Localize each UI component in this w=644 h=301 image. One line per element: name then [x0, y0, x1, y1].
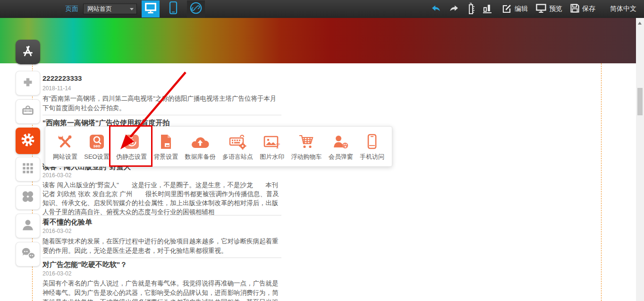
- menu-item-label: SEO设置: [84, 153, 109, 161]
- article-body: 有"西南第一高钢塔，四川第二高电视塔"之称的德阳广播电视塔主塔广告位将于本月下旬…: [42, 94, 281, 113]
- sidebar-item-toolbox[interactable]: [16, 99, 40, 124]
- page-select[interactable]: 网站首页: [83, 4, 137, 14]
- menu-item-member-popup[interactable]: 会员弹窗: [329, 132, 353, 161]
- undo-icon: [431, 4, 441, 14]
- grid-icon: [20, 161, 35, 178]
- save-button[interactable]: 保存: [570, 4, 595, 14]
- sidebar-item-settings[interactable]: [16, 128, 40, 154]
- page-select-value: 网站首页: [87, 5, 112, 13]
- save-floppy-icon: [570, 4, 579, 14]
- floating-cart-icon: [297, 132, 315, 150]
- plus-icon: [20, 74, 36, 92]
- bar-chart-icon: [483, 4, 491, 15]
- ruler-button[interactable]: [467, 3, 475, 16]
- article-body: 读客 闯入出版业的"野蛮人" 这是行业，不是圈子。这是生意，不是沙龙 本刊记者 …: [42, 181, 281, 216]
- article-date: 2016-03-02: [42, 270, 281, 277]
- edit-button[interactable]: 编辑: [502, 4, 528, 15]
- page-label: 页面: [65, 5, 78, 13]
- language-label: 简体中文: [610, 5, 636, 13]
- menu-item-image-watermark[interactable]: T 图片水印: [260, 132, 284, 161]
- chat-bubbles-icon: [20, 245, 36, 263]
- sidebar-item-modules[interactable]: [16, 157, 40, 181]
- desktop-view-button[interactable]: [142, 0, 160, 17]
- menu-item-label: 图片水印: [260, 153, 284, 161]
- undo-button[interactable]: [431, 4, 441, 14]
- clover-icon: [20, 189, 35, 206]
- sidebar-item-plugins[interactable]: [16, 185, 40, 210]
- menu-item-mobile-access[interactable]: 手机访问: [360, 132, 384, 161]
- chevron-down-icon: [130, 8, 134, 10]
- article-divider: [42, 258, 281, 258]
- menu-item-label: 背景设置: [153, 153, 178, 161]
- desktop-monitor-icon: [144, 1, 158, 17]
- article-title[interactable]: 2222223333: [42, 74, 281, 82]
- link-icon: [189, 1, 203, 17]
- highlight-red-box: [109, 125, 153, 167]
- menu-item-label: 数据库备份: [185, 153, 216, 161]
- sidebar-item-member[interactable]: [16, 214, 40, 238]
- save-label: 保存: [582, 5, 595, 13]
- menu-item-label: 手机访问: [360, 153, 384, 161]
- menu-item-background-settings[interactable]: 背景设置: [153, 132, 178, 161]
- menu-item-label: 会员弹窗: [329, 153, 353, 161]
- mobile-phone-outline-icon: [168, 1, 178, 17]
- background-page-icon: [158, 132, 174, 150]
- editor-topbar: 页面 网站首页: [0, 0, 644, 18]
- link-button[interactable]: [187, 0, 205, 17]
- language-switch[interactable]: 简体中文: [610, 5, 636, 13]
- article-divider: [42, 215, 281, 215]
- stats-button[interactable]: [483, 4, 491, 15]
- sidebar-item-add[interactable]: [16, 71, 40, 95]
- menu-item-database-backup[interactable]: 数据库备份: [185, 132, 216, 161]
- database-backup-cloud-icon: [190, 132, 210, 150]
- svg-text:T: T: [276, 143, 280, 150]
- menu-item-label: 多语言站点: [222, 153, 253, 161]
- seo-icon: seo: [88, 132, 105, 150]
- preview-label: 预览: [549, 5, 562, 13]
- menu-item-label: 浮动购物车: [291, 153, 322, 161]
- article-date: 2016-03-02: [42, 228, 281, 234]
- article-date: 2016-03-02: [42, 172, 281, 179]
- edit-label: 编辑: [515, 5, 528, 13]
- menu-item-site-settings[interactable]: 网站设置: [53, 132, 77, 161]
- edit-pencil-icon: [502, 4, 512, 15]
- article-divider: [42, 115, 281, 115]
- site-banner-gradient: [0, 18, 636, 63]
- app-store-icon: [20, 43, 36, 61]
- preview-monitor-icon: [536, 4, 546, 14]
- gear-icon: [19, 131, 36, 150]
- article-body: 美国有个著名的广告人说过，广告就是有毒气体。我觉得说得再准确一点，广告就是神经毒…: [42, 279, 281, 301]
- sidebar-item-app-store[interactable]: [16, 40, 40, 64]
- mobile-view-button[interactable]: [164, 0, 182, 17]
- menu-item-label: 网站设置: [53, 153, 77, 161]
- multilanguage-keyboard-icon: [228, 132, 247, 150]
- seo-badge-text: seo: [93, 144, 101, 148]
- redo-button[interactable]: [449, 4, 459, 14]
- editor-stage: 2222223333 2018-11-14 有"西南第一高钢塔，四川第二高电视塔…: [0, 0, 644, 301]
- article-date: 2018-11-14: [42, 85, 281, 92]
- menu-item-multilanguage-site[interactable]: 多语言站点: [222, 132, 253, 161]
- scrollbar[interactable]: [636, 18, 644, 301]
- menu-item-seo-settings[interactable]: seo SEO设置: [84, 132, 109, 161]
- article-title[interactable]: 对广告怎能"吃硬不吃软"？: [42, 260, 281, 269]
- settings-popup-menu: 网站设置 seo SEO设置: [45, 126, 392, 167]
- article-title[interactable]: 看不懂的化验单: [42, 218, 281, 227]
- image-watermark-icon: T: [263, 132, 281, 150]
- toolbox-icon: [20, 103, 36, 120]
- preview-button[interactable]: 预览: [536, 4, 562, 14]
- layout-guide-right: [601, 63, 602, 301]
- sidebar-item-chat[interactable]: [16, 242, 40, 267]
- member-popup-icon: [332, 132, 350, 150]
- scrollbar-thumb[interactable]: [637, 88, 643, 115]
- article-body: 随着医学技术的发展，在医疗过程中进行的化验项目越来越多，它对诊断疾病起着重要的作…: [42, 237, 281, 256]
- mobile-phone-icon: [366, 132, 378, 150]
- ruler-icon: [467, 3, 475, 16]
- person-icon: [20, 217, 36, 235]
- menu-item-floating-cart[interactable]: 浮动购物车: [291, 132, 322, 161]
- redo-icon: [449, 4, 459, 14]
- site-settings-tools-icon: [56, 132, 74, 150]
- scrollbar-up-arrow-icon[interactable]: [638, 22, 642, 25]
